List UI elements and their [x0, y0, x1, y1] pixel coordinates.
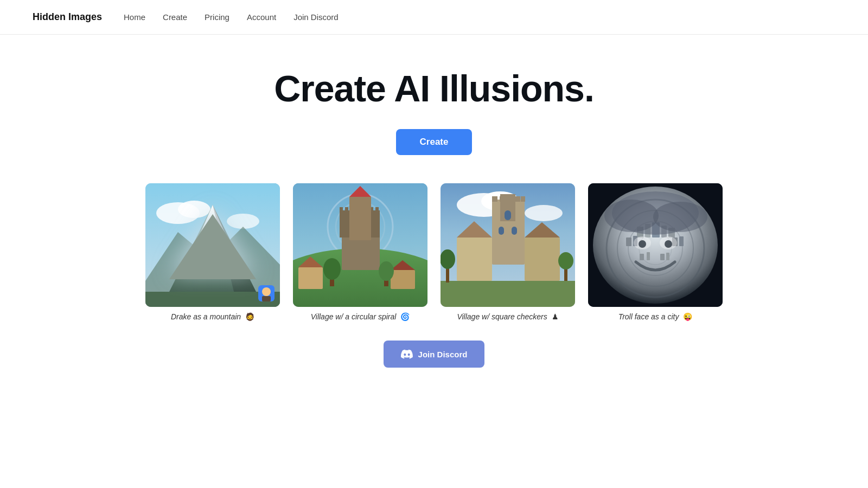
svg-point-2 [178, 201, 210, 218]
navbar: Hidden Images Home Create Pricing Accoun… [0, 0, 868, 35]
gallery-image-mountain[interactable] [145, 183, 280, 307]
svg-point-82 [604, 200, 659, 232]
brand-logo[interactable]: Hidden Images [33, 11, 102, 23]
svg-rect-43 [507, 196, 513, 202]
svg-rect-24 [375, 207, 379, 213]
svg-rect-46 [505, 210, 511, 220]
gallery-emoji-mountain: 🧔 [245, 312, 254, 321]
gallery-emoji-village-spiral: 🌀 [400, 312, 410, 321]
svg-rect-49 [457, 237, 492, 281]
svg-point-55 [441, 249, 455, 269]
gallery-caption-village-checkers: Village w/ square checkers ♟ [457, 312, 558, 321]
svg-rect-41 [492, 196, 497, 202]
svg-point-75 [639, 240, 646, 248]
nav-create[interactable]: Create [163, 12, 187, 22]
svg-rect-11 [262, 296, 271, 301]
svg-rect-78 [647, 252, 650, 260]
svg-point-32 [323, 258, 341, 280]
svg-rect-47 [499, 227, 504, 235]
gallery-emoji-troll-city: 😜 [683, 312, 692, 321]
svg-point-57 [558, 252, 573, 269]
gallery-item-village-spiral: Village w/ a circular spiral 🌀 [293, 183, 427, 321]
gallery-item-mountain: Drake as a mountain 🧔 [145, 183, 280, 321]
nav-links: Home Create Pricing Account Join Discord [124, 12, 339, 22]
svg-rect-29 [391, 270, 415, 289]
discord-button-label: Join Discord [418, 350, 468, 359]
svg-rect-21 [340, 207, 343, 213]
svg-point-10 [262, 287, 271, 296]
gallery-item-troll-city: Troll face as a city 😜 [588, 183, 723, 321]
create-button[interactable]: Create [396, 129, 473, 155]
svg-rect-45 [521, 196, 525, 202]
gallery-image-village-checkers[interactable] [441, 183, 575, 307]
gallery-caption-mountain: Drake as a mountain 🧔 [171, 312, 254, 321]
gallery: Drake as a mountain 🧔 [113, 183, 755, 321]
discord-icon [401, 348, 413, 360]
gallery-caption-troll-city: Troll face as a city 😜 [618, 312, 693, 321]
svg-point-83 [653, 202, 707, 232]
gallery-item-village-checkers: Village w/ square checkers ♟ [441, 183, 575, 321]
svg-rect-80 [666, 253, 669, 260]
svg-rect-44 [515, 196, 520, 202]
svg-rect-42 [500, 196, 505, 202]
svg-rect-27 [298, 267, 323, 289]
svg-rect-72 [679, 236, 684, 246]
svg-point-38 [525, 205, 563, 221]
discord-button[interactable]: Join Discord [384, 341, 485, 368]
svg-rect-51 [525, 237, 560, 281]
nav-home[interactable]: Home [124, 12, 145, 22]
svg-rect-48 [512, 227, 517, 235]
nav-join-discord[interactable]: Join Discord [293, 12, 339, 22]
svg-point-76 [665, 240, 672, 248]
svg-rect-20 [370, 210, 380, 237]
nav-pricing[interactable]: Pricing [205, 12, 229, 22]
gallery-emoji-village-checkers: ♟ [552, 312, 559, 321]
svg-rect-77 [640, 254, 644, 260]
svg-rect-53 [441, 281, 575, 307]
svg-rect-19 [340, 210, 349, 237]
svg-point-34 [379, 261, 394, 281]
svg-rect-22 [345, 207, 348, 213]
svg-rect-25 [349, 197, 371, 240]
discord-section: Join Discord [384, 341, 485, 368]
hero-title: Create AI Illusions. [274, 67, 594, 110]
gallery-caption-village-spiral: Village w/ a circular spiral 🌀 [311, 312, 410, 321]
svg-rect-79 [660, 254, 665, 260]
gallery-image-troll-city[interactable] [588, 183, 723, 307]
hero-section: Create AI Illusions. Create [0, 35, 868, 395]
svg-rect-69 [626, 237, 631, 246]
nav-account[interactable]: Account [247, 12, 276, 22]
gallery-image-village-spiral[interactable] [293, 183, 427, 307]
svg-point-3 [227, 214, 259, 229]
